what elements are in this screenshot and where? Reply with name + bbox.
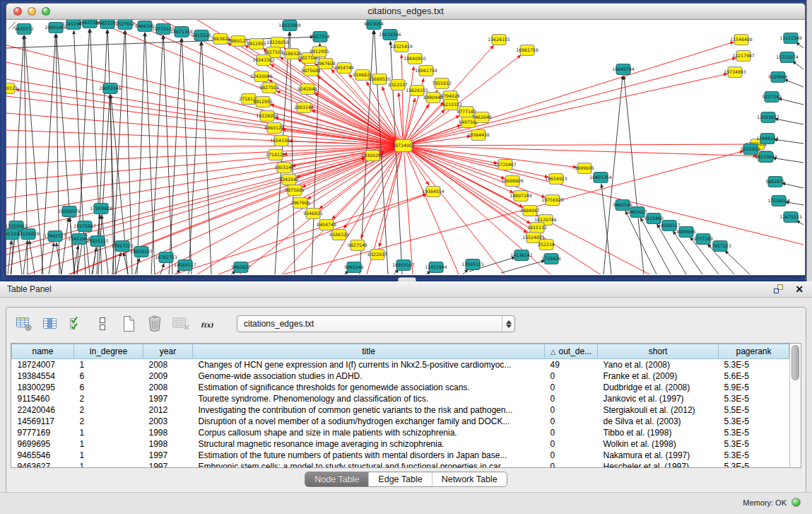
svg-text:9465546: 9465546 <box>344 264 364 269</box>
svg-text:20364438: 20364438 <box>467 132 490 137</box>
function-builder-icon[interactable]: f(x) <box>198 315 216 333</box>
table-panel-body: f(x) citations_edges.txt name <box>6 307 806 493</box>
svg-text:252214: 252214 <box>538 242 555 247</box>
svg-text:16958107: 16958107 <box>392 262 415 267</box>
svg-text:22420046: 22420046 <box>250 74 273 78</box>
svg-text:13350061: 13350061 <box>6 223 28 228</box>
memory-status-label: Memory: OK <box>743 498 787 507</box>
svg-text:18226058: 18226058 <box>256 113 278 118</box>
svg-text:8813054: 8813054 <box>364 21 384 26</box>
sort-ascending-icon: △ <box>551 348 556 356</box>
table-row[interactable]: 946554611997Estimation of the future num… <box>12 450 789 461</box>
svg-text:12093832: 12093832 <box>757 115 779 119</box>
svg-text:16961758: 16961758 <box>415 68 437 73</box>
svg-text:20206576: 20206576 <box>58 209 81 214</box>
traffic-lights <box>13 7 50 16</box>
svg-text:9699695: 9699695 <box>575 165 594 170</box>
svg-text:9129966: 9129966 <box>768 74 788 79</box>
svg-text:11548408: 11548408 <box>730 37 753 42</box>
minimize-window-button[interactable] <box>28 7 36 16</box>
table-toolbar: f(x) citations_edges.txt <box>6 308 806 340</box>
tab-node-table[interactable]: Node Table <box>305 472 369 486</box>
tab-network-table[interactable]: Network Table <box>433 472 507 486</box>
svg-text:9435572: 9435572 <box>14 26 34 31</box>
svg-text:9699695: 9699695 <box>676 229 696 234</box>
svg-text:14671358: 14671358 <box>170 29 193 34</box>
svg-text:2684067: 2684067 <box>520 208 540 213</box>
column-header-title[interactable]: title <box>193 344 545 359</box>
create-column-icon[interactable] <box>119 315 138 333</box>
delete-column-icon[interactable] <box>146 315 164 333</box>
memory-ok-indicator-icon[interactable] <box>792 498 801 507</box>
table-selector-dropdown[interactable]: citations_edges.txt <box>237 315 515 332</box>
table-panel: Table Panel ✕ <box>0 281 812 514</box>
svg-text:1527602: 1527602 <box>115 21 135 26</box>
svg-text:8912955: 8912955 <box>310 49 329 54</box>
svg-text:9777169: 9777169 <box>693 236 713 241</box>
column-header-name[interactable]: name <box>12 344 74 359</box>
svg-text:1733426: 1733426 <box>541 256 561 261</box>
svg-text:9827503: 9827503 <box>264 49 283 54</box>
table-row[interactable]: 969969511998Structural magnetic resonanc… <box>12 438 789 450</box>
table-panel-header: Table Panel ✕ <box>0 281 812 298</box>
float-window-icon[interactable] <box>773 284 784 294</box>
network-window-title: citations_edges.txt <box>6 4 805 19</box>
svg-text:18640910: 18640910 <box>404 56 426 61</box>
resize-grip-icon[interactable] <box>6 20 16 30</box>
network-view-window[interactable]: citations_edges.txt 88601238912955182260… <box>6 3 806 276</box>
svg-text:14569117: 14569117 <box>174 262 196 267</box>
table-row[interactable]: 1830029562008Estimation of significance … <box>12 382 789 393</box>
close-panel-icon[interactable]: ✕ <box>795 284 804 294</box>
table-mode-icon[interactable] <box>15 315 33 333</box>
svg-text:8454749: 8454749 <box>317 222 336 227</box>
scrollbar-thumb[interactable] <box>792 345 799 380</box>
svg-text:16403354: 16403354 <box>589 175 612 180</box>
svg-text:18300295: 18300295 <box>361 153 384 158</box>
svg-text:9463627: 9463627 <box>231 264 251 269</box>
column-header-short[interactable]: short <box>598 344 719 359</box>
svg-text:8860123: 8860123 <box>228 38 248 43</box>
table-row[interactable]: 2242004622012Investigating the contribut… <box>12 404 789 416</box>
table-row[interactable]: 1938455462009Genome-wide association stu… <box>12 370 789 382</box>
tab-edge-table[interactable]: Edge Table <box>369 472 432 486</box>
table-row[interactable]: 977716911998Corpus callosum shape and si… <box>12 427 789 438</box>
close-window-button[interactable] <box>13 7 22 16</box>
svg-text:9227343: 9227343 <box>762 94 782 99</box>
table-row[interactable]: 1456911722003Disruption of a novel membe… <box>12 416 789 427</box>
svg-text:10688609: 10688609 <box>501 178 524 183</box>
svg-text:16543382: 16543382 <box>270 138 293 143</box>
svg-text:13626155: 13626155 <box>406 88 428 93</box>
svg-text:17359928: 17359928 <box>90 206 112 211</box>
table-body: 1872400712008Changes of HCN gene express… <box>12 359 789 468</box>
application-window: citations_edges.txt 88601238912955182260… <box>0 0 812 514</box>
table-vertical-scrollbar[interactable] <box>789 344 801 467</box>
table-row[interactable]: 946362711997Embryonic stem cells: a mode… <box>12 461 789 467</box>
citation-graph[interactable]: 8860123891295518226058982750316543382224… <box>6 20 804 274</box>
svg-text:12217987: 12217987 <box>732 53 755 58</box>
delete-table-icon[interactable] <box>172 315 190 333</box>
svg-text:13626155: 13626155 <box>488 37 510 42</box>
column-header-year[interactable]: year <box>143 344 193 359</box>
table-row[interactable]: 911546021997Tourette syndrome. Phenomeno… <box>12 393 789 404</box>
dropdown-arrows-icon <box>502 316 514 332</box>
svg-text:19384554: 19384554 <box>422 189 445 194</box>
svg-text:7857224: 7857224 <box>310 34 330 39</box>
svg-text:14569117: 14569117 <box>658 223 681 228</box>
zoom-window-button[interactable] <box>42 7 50 16</box>
svg-text:16210322: 16210322 <box>440 102 462 107</box>
svg-text:7955812: 7955812 <box>432 81 452 86</box>
svg-text:9463627: 9463627 <box>628 209 647 214</box>
svg-text:15751074: 15751074 <box>776 54 799 59</box>
table-row[interactable]: 1872400712008Changes of HCN gene express… <box>12 359 789 371</box>
table-selector-value: citations_edges.txt <box>237 319 502 329</box>
column-header-in-degree[interactable]: in_degree <box>74 344 143 359</box>
svg-text:16543382: 16543382 <box>252 57 275 62</box>
network-canvas[interactable]: 8860123891295518226058982750316543382224… <box>6 20 805 274</box>
network-window-titlebar[interactable]: citations_edges.txt <box>6 4 805 20</box>
column-header-out-degree[interactable]: △out_de... <box>545 344 598 359</box>
column-visibility-icon[interactable] <box>41 315 59 333</box>
selection-mode-icon[interactable] <box>67 315 86 333</box>
svg-text:8322037: 8322037 <box>367 252 387 257</box>
column-header-pagerank[interactable]: pagerank <box>719 344 789 359</box>
row-height-icon[interactable] <box>93 315 112 333</box>
